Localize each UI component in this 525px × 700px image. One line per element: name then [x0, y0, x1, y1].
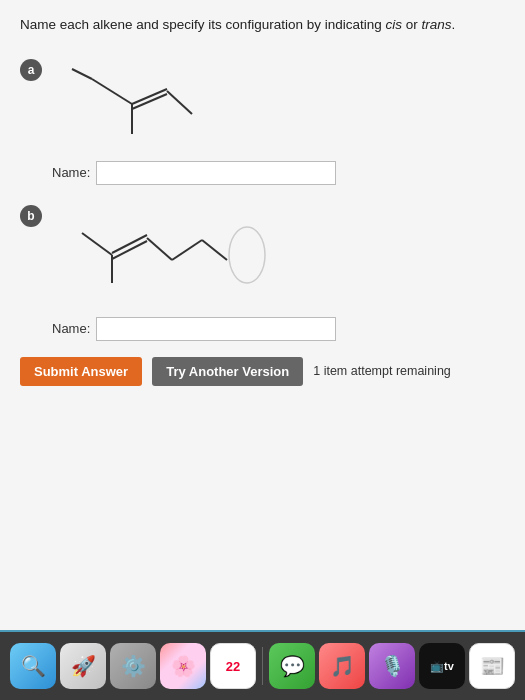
dock-news-icon[interactable]: 📰 [469, 643, 515, 689]
name-input-b[interactable] [96, 317, 336, 341]
attempt-text: 1 item attempt remaining [313, 364, 451, 378]
name-input-a[interactable] [96, 161, 336, 185]
name-row-b: Name: [20, 317, 505, 341]
instructions: Name each alkene and specify its configu… [20, 16, 505, 35]
submit-button[interactable]: Submit Answer [20, 357, 142, 386]
svg-line-11 [172, 240, 202, 260]
name-label-b: Name: [52, 321, 90, 336]
svg-point-13 [229, 227, 265, 283]
label-b: b [20, 205, 42, 227]
svg-line-3 [167, 91, 192, 114]
dock-item-news[interactable]: 📰 [469, 643, 515, 689]
molecule-area-a [52, 55, 505, 153]
dock-messages-icon[interactable]: 💬 [269, 643, 315, 689]
molecule-b-svg [52, 205, 272, 305]
dock-item-photos[interactable]: 🌸 [160, 643, 206, 689]
name-label-a: Name: [52, 165, 90, 180]
dock-divider [262, 647, 263, 685]
molecule-area-b [52, 201, 505, 309]
question-block-a: a [20, 55, 505, 185]
dock-item-launchpad[interactable]: 🚀 [60, 643, 106, 689]
label-a: a [20, 59, 42, 81]
svg-line-5 [72, 69, 92, 79]
dock-item-music[interactable]: 🎵 [319, 643, 365, 689]
dock-photos-icon[interactable]: 🌸 [160, 643, 206, 689]
svg-line-6 [82, 233, 112, 255]
action-row: Submit Answer Try Another Version 1 item… [20, 357, 505, 386]
dock-item-settings[interactable]: ⚙️ [110, 643, 156, 689]
molecule-a-svg [52, 59, 212, 149]
dock-item-finder[interactable]: 🔍 [10, 643, 56, 689]
dock-appletv-icon[interactable]: 📺tv [419, 643, 465, 689]
dock-item-messages[interactable]: 💬 [269, 643, 315, 689]
dock-launchpad-icon[interactable]: 🚀 [60, 643, 106, 689]
mac-dock: 🔍 🚀 ⚙️ 🌸 22 💬 🎵 🎙️ 📺tv 📰 [0, 632, 525, 700]
try-another-button[interactable]: Try Another Version [152, 357, 303, 386]
dock-music-icon[interactable]: 🎵 [319, 643, 365, 689]
name-row-a: Name: [20, 161, 505, 185]
main-content: Name each alkene and specify its configu… [0, 0, 525, 632]
dock-podcast-icon[interactable]: 🎙️ [369, 643, 415, 689]
instruction-text: Name each alkene and specify its configu… [20, 17, 455, 32]
appletv-label: 📺tv [430, 660, 454, 673]
dock-item-appletv[interactable]: 📺tv [419, 643, 465, 689]
dock-finder-icon[interactable]: 🔍 [10, 643, 56, 689]
svg-line-0 [92, 79, 132, 104]
dock-calendar-icon[interactable]: 22 [210, 643, 256, 689]
dock-item-podcasts[interactable]: 🎙️ [369, 643, 415, 689]
question-row-b: b [20, 201, 505, 309]
question-row-a: a [20, 55, 505, 153]
dock-item-calendar[interactable]: 22 [210, 643, 256, 689]
dock-settings-icon[interactable]: ⚙️ [110, 643, 156, 689]
svg-line-10 [147, 238, 172, 260]
svg-line-12 [202, 240, 227, 260]
question-block-b: b [20, 201, 505, 341]
